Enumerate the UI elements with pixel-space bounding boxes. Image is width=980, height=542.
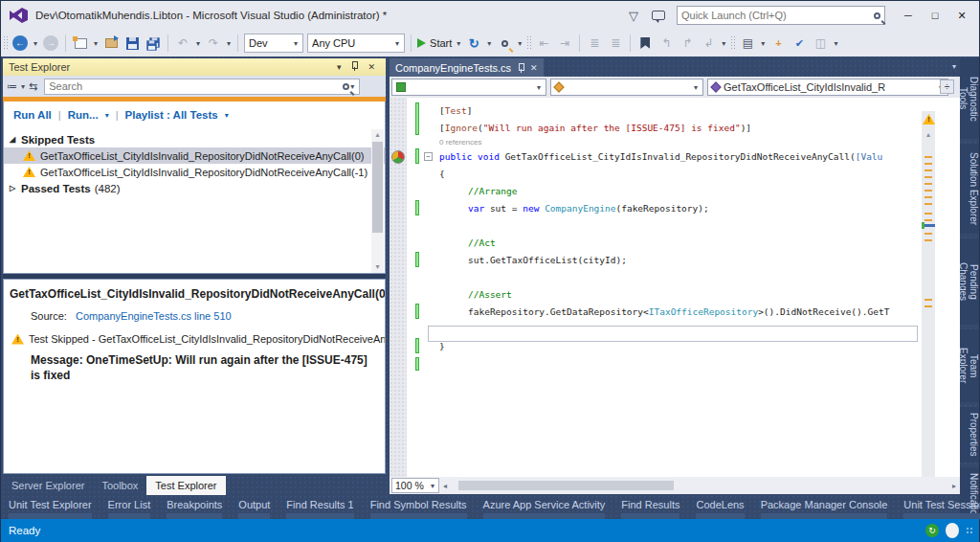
test-search-input[interactable] [49, 80, 343, 92]
toolbar-grip[interactable] [526, 35, 531, 51]
hscroll-left-icon[interactable]: ◂ [439, 482, 451, 490]
tab-server-explorer[interactable]: Server Explorer [3, 476, 93, 495]
solution-platform-combo[interactable]: Any CPU ▾ [307, 34, 405, 53]
uncomment-icon[interactable]: ≣ [607, 33, 624, 54]
tab-find-results[interactable]: Find Results [621, 499, 679, 519]
toolbar-grip[interactable] [730, 35, 735, 51]
scroll-up-icon[interactable]: ▴ [922, 130, 935, 139]
toolbar-overflow-caret[interactable]: ▾ [833, 39, 838, 48]
document-tab-active[interactable]: CompanyEngineTests.cs ✕ [390, 58, 544, 77]
group-by-icon[interactable]: ≔ [7, 80, 17, 93]
search-caret[interactable]: ▾ [349, 82, 355, 91]
send-a-frown-icon[interactable]: ▽ [629, 9, 638, 23]
tab-list-caret[interactable]: ▾ [952, 62, 956, 71]
tab-codelens[interactable]: CodeLens [696, 499, 744, 519]
open-file-button[interactable] [105, 38, 118, 48]
publish-status-icon[interactable]: ↻ [925, 524, 939, 537]
group-by-caret[interactable]: ▾ [20, 82, 26, 91]
navigate-backward-caret[interactable]: ▾ [33, 39, 38, 48]
toolbar-overflow-caret[interactable]: ▾ [721, 39, 726, 48]
test-row[interactable]: ! GetTaxOfficeList_CityIdIsInvalid_Repos… [4, 164, 385, 180]
refresh-button[interactable]: ↻ [465, 33, 482, 54]
playlist-caret[interactable]: ▾ [225, 111, 229, 120]
run-menu-caret[interactable]: ▾ [105, 111, 109, 120]
task-list-icon[interactable]: ✔ [791, 33, 808, 54]
type-dropdown[interactable]: ▾ [550, 79, 703, 96]
tab-breakpoints[interactable]: Breakpoints [167, 499, 222, 519]
tab-output[interactable]: Output [238, 499, 270, 519]
tree-scrollbar[interactable]: ▴ ▾ [371, 129, 384, 273]
decrease-indent-icon[interactable]: ⇤ [535, 33, 552, 54]
close-button[interactable]: ✕ [948, 3, 975, 28]
add-new-item-icon[interactable]: + [769, 33, 787, 54]
playlist-link[interactable]: Playlist : All Tests [125, 109, 218, 121]
playlist-icon[interactable]: ⇆ [29, 80, 37, 93]
toggle-bookmark-icon[interactable] [640, 37, 650, 49]
tab-find-symbol-results[interactable]: Find Symbol Results [370, 499, 467, 519]
tab-team-explorer[interactable]: Team Explorer [960, 329, 979, 402]
hscroll-right-icon[interactable]: ▸ [948, 482, 960, 490]
code-editor[interactable]: − [Test] [Ignore("Will run again after t… [390, 98, 960, 477]
find-in-files-icon[interactable] [501, 40, 508, 47]
tab-diagnostic-tools[interactable]: Diagnostic Tools [960, 58, 979, 139]
maximize-button[interactable]: □ [922, 3, 948, 28]
tab-error-list[interactable]: Error List [108, 499, 151, 519]
feedback-icon[interactable] [652, 11, 665, 20]
scroll-thumb[interactable] [458, 481, 674, 490]
toolbar-grip[interactable] [3, 35, 8, 51]
undo-caret[interactable]: ▾ [195, 39, 201, 48]
expander-collapsed-icon[interactable]: ▷ [10, 184, 21, 192]
close-panel-icon[interactable]: ✕ [363, 62, 380, 72]
scroll-down-icon[interactable]: ▾ [371, 261, 384, 273]
user-avatar[interactable] [946, 523, 959, 538]
save-all-button[interactable] [145, 36, 161, 51]
error-list-caret[interactable]: ▾ [760, 39, 766, 48]
tab-unit-test-explorer[interactable]: Unit Test Explorer [9, 499, 92, 519]
start-caret[interactable]: ▾ [456, 39, 461, 48]
tab-pending-changes[interactable]: Pending Changes [960, 238, 979, 325]
clear-bookmarks-icon[interactable]: ↲ [700, 33, 717, 54]
increase-indent-icon[interactable]: ⇥ [556, 33, 573, 54]
new-project-button[interactable] [75, 38, 87, 49]
save-button[interactable] [126, 37, 139, 50]
scroll-thumb[interactable] [372, 142, 383, 233]
tab-toolbox[interactable]: Toolbox [93, 476, 146, 495]
navigate-backward-button[interactable]: ← [12, 35, 28, 51]
tree-group-skipped[interactable]: ◢ Skipped Tests [4, 131, 385, 147]
horizontal-scrollbar[interactable] [451, 479, 948, 492]
run-all-link[interactable]: Run All [13, 109, 52, 121]
window-position-caret[interactable]: ▾ [332, 62, 346, 72]
undo-button[interactable]: ↶ [174, 33, 191, 54]
redo-caret[interactable]: ▾ [226, 39, 232, 48]
editor-scrollbar[interactable]: ! ▴ [922, 111, 935, 477]
error-list-icon[interactable]: ▤ [739, 33, 756, 54]
tab-unit-test-sessions[interactable]: Unit Test Sessions [903, 499, 980, 519]
minimize-button[interactable]: ─ [895, 3, 922, 28]
quick-launch-input[interactable] [681, 10, 874, 21]
new-project-caret[interactable]: ▾ [93, 39, 99, 48]
member-dropdown[interactable]: GetTaxOfficeList_CityIdIsInvalid_R ▾ [707, 79, 948, 96]
test-row[interactable]: ! GetTaxOfficeList_CityIdIsInvalid_Repos… [4, 147, 385, 164]
close-document-icon[interactable]: ✕ [530, 63, 538, 73]
tab-package-manager-console[interactable]: Package Manager Console [761, 499, 888, 519]
tree-group-passed[interactable]: ▷ Passed Tests (482) [4, 180, 385, 196]
start-debugging-button[interactable]: Start [417, 33, 452, 54]
project-dropdown[interactable]: ▾ [391, 79, 546, 96]
solution-configuration-combo[interactable]: Dev ▾ [244, 34, 303, 53]
tab-properties[interactable]: Properties [960, 407, 979, 463]
extension-manager-icon[interactable]: ◫ [812, 33, 829, 54]
test-search-box[interactable]: ▾ [44, 79, 360, 95]
pin-icon[interactable] [517, 63, 524, 73]
pin-icon[interactable] [345, 61, 363, 73]
toolbar-overflow-caret[interactable]: ▾ [517, 39, 523, 48]
expander-expanded-icon[interactable]: ◢ [10, 135, 21, 144]
resize-grip[interactable] [966, 527, 973, 534]
unit-test-status-icon[interactable] [391, 150, 405, 164]
navigate-forward-button[interactable]: → [43, 35, 58, 51]
scroll-thumb[interactable] [922, 224, 935, 227]
split-window-widget[interactable]: ÷ [940, 79, 954, 94]
quick-launch-box[interactable] [677, 6, 885, 25]
run-menu-link[interactable]: Run... [68, 109, 99, 121]
tab-solution-explorer[interactable]: Solution Explorer [960, 144, 979, 234]
codelens-references[interactable]: 0 references [432, 137, 922, 148]
